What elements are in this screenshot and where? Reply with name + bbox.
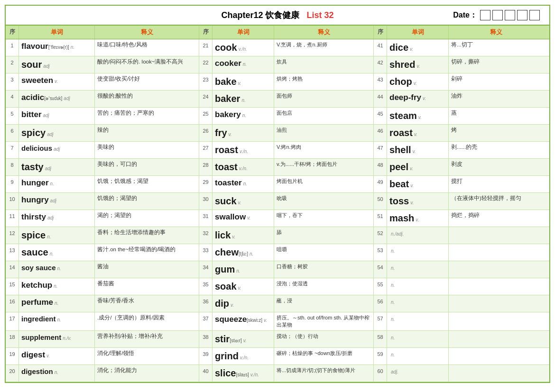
table-row: 10hungryadj饥饿的；渴望的30suckv.吮吸50tossv.（在液体…: [6, 193, 549, 210]
cell-def-1: 番茄酱: [95, 278, 199, 295]
cell-def-2: 挤压。～sth. out of/from sth. 从某物中榨出某物: [274, 312, 374, 330]
cell-num-2: 36: [199, 295, 213, 312]
cell-word-2: chew[tʃuː]n.: [213, 244, 274, 261]
cell-num-2: 29: [199, 176, 213, 192]
cell-def-1: 酱油: [95, 261, 199, 278]
table-row: 20digestionn.消化；消化能力40slice[slaɪs]v./n.将…: [6, 365, 549, 382]
cell-num-1: 15: [6, 278, 19, 295]
cell-num-1: 1: [6, 39, 19, 56]
cell-word-3: n.: [387, 348, 449, 365]
cell-def-2: v.为......干杯/烤；烤面包片: [274, 159, 374, 175]
cell-def-1: 饥饿的；渴望的: [95, 193, 199, 210]
date-box-3: [505, 10, 515, 20]
cell-num-1: 5: [6, 108, 19, 124]
cell-def-2: 口香糖；树胶: [274, 261, 374, 278]
cell-def-1: 消化/理解/领悟: [95, 348, 199, 365]
cell-num-1: 17: [6, 312, 19, 330]
date-box-2: [492, 10, 503, 20]
cell-num-1: 6: [6, 125, 19, 141]
cell-def-1: 使变甜/收买/讨好: [95, 73, 199, 90]
cell-def-2: V.烹调，烧，煮n.厨师: [274, 39, 374, 56]
cell-num-1: 3: [6, 73, 19, 90]
cell-num-2: 38: [199, 331, 213, 347]
cell-def-2: 烘烤；烤熟: [274, 73, 374, 90]
cell-num-1: 10: [6, 193, 19, 210]
cell-word-2: fryv.: [213, 125, 274, 141]
cell-def-1: 苦的；痛苦的；严寒的: [95, 108, 199, 124]
cell-def-1: 营养补剂/补贴；增补/补充: [95, 331, 199, 347]
cell-num-1: 11: [6, 210, 19, 227]
table-row: 5bitteradj苦的；痛苦的；严寒的25bakeryn.面包店45steam…: [6, 108, 549, 125]
table-row: 14soy saucen.酱油34gumn.口香糖；树胶54n.: [6, 261, 549, 278]
table-row: 2souradj酸的/闷闷不乐的. look~满脸不高兴22cookern.炊具…: [6, 56, 549, 73]
cell-def-3: 烤: [449, 125, 544, 141]
cell-word-1: hungryadj: [19, 193, 95, 210]
cell-def-1: 酸的/闷闷不乐的. look~满脸不高兴: [95, 56, 199, 73]
cell-word-1: supplementn./v.: [19, 331, 95, 347]
cell-word-2: roastv./n.: [213, 142, 274, 158]
cell-def-3: 捣烂，捣碎: [449, 210, 544, 227]
cell-def-3: [449, 278, 544, 295]
table-row: 1flavour[ˈfleɪvə(r)]n.味道/口味/特色/风格21cookv…: [6, 39, 549, 56]
cell-num-3: 47: [374, 142, 387, 158]
cell-def-3: [449, 244, 544, 261]
cell-word-1: bitteradj: [19, 108, 95, 124]
cell-word-3: roastv.: [387, 125, 449, 141]
col-def-3: 释义: [449, 26, 544, 39]
col-seq-3: 序: [374, 26, 387, 39]
col-word-3: 单词: [387, 26, 449, 39]
cell-def-3: 将...切丁: [449, 39, 544, 56]
table-row: 12spicen.香料；给生活增添情趣的事32lickv.舔52n./adj.: [6, 227, 549, 244]
cell-def-1: 辣的: [95, 125, 199, 141]
cell-def-1: .成分/（烹调的）原料/因素: [95, 312, 199, 330]
cell-num-3: 54: [374, 261, 387, 278]
date-box-5: [529, 10, 540, 20]
cell-word-1: digestv.: [19, 348, 95, 365]
cell-word-2: soakv.: [213, 278, 274, 295]
cell-def-2: 舔: [274, 227, 374, 244]
cell-num-3: 60: [374, 365, 387, 382]
cell-num-2: 25: [199, 108, 213, 124]
cell-num-3: 52: [374, 227, 387, 244]
cell-def-1: 渴的；渴望的: [95, 210, 199, 227]
cell-def-3: 剥皮: [449, 159, 544, 175]
cell-def-2: 咀嚼: [274, 244, 374, 261]
cell-def-1: 很酸的;酸性的: [95, 91, 199, 107]
cell-word-1: spicyadj: [19, 125, 95, 141]
cell-num-3: 48: [374, 159, 387, 175]
cell-word-2: bakeryn.: [213, 108, 274, 124]
table-row: 18supplementn./v.营养补剂/补贴；增补/补充38stir[stɑ…: [6, 331, 549, 348]
cell-word-3: mashv.: [387, 210, 449, 227]
cell-num-3: 42: [374, 56, 387, 73]
cell-def-2: 炊具: [274, 56, 374, 73]
table-row: 3sweetenv.使变甜/收买/讨好23bakev.烘烤；烤熟43chopv.…: [6, 73, 549, 91]
cell-word-1: deliciousadj: [19, 142, 95, 158]
cell-num-1: 2: [6, 56, 19, 73]
cell-word-3: deep-fryv.: [387, 91, 449, 107]
cell-def-3: 剁碎: [449, 73, 544, 90]
col-def-1: 释义: [95, 26, 199, 39]
cell-word-1: flavour[ˈfleɪvə(r)]n.: [19, 39, 95, 56]
date-area: Date：: [453, 10, 540, 20]
cell-word-1: digestionn.: [19, 365, 95, 382]
cell-def-2: 蘸，浸: [274, 295, 374, 312]
cell-num-3: 43: [374, 73, 387, 90]
cell-word-3: n.: [387, 295, 449, 312]
cell-word-1: perfumen.: [19, 295, 95, 312]
cell-word-3: steamv.: [387, 108, 449, 124]
cell-num-2: 37: [199, 312, 213, 330]
cell-num-2: 31: [199, 210, 213, 227]
cell-num-2: 23: [199, 73, 213, 90]
cell-num-1: 7: [6, 142, 19, 158]
cell-word-3: beatv.: [387, 176, 449, 192]
cell-num-3: 53: [374, 244, 387, 261]
cell-num-2: 32: [199, 227, 213, 244]
cell-def-2: 面包师: [274, 91, 374, 107]
cell-def-2: 搅动；（使）行动: [274, 331, 374, 347]
cell-def-3: 蒸: [449, 108, 544, 124]
cell-def-2: 咽下，吞下: [274, 210, 374, 227]
cell-word-2: bakern.: [213, 91, 274, 107]
cell-def-1: 味道/口味/特色/风格: [95, 39, 199, 56]
list-label: List 32: [307, 10, 334, 20]
cell-def-2: 将...切成薄片/切;(切下的食物)薄片: [274, 365, 374, 382]
